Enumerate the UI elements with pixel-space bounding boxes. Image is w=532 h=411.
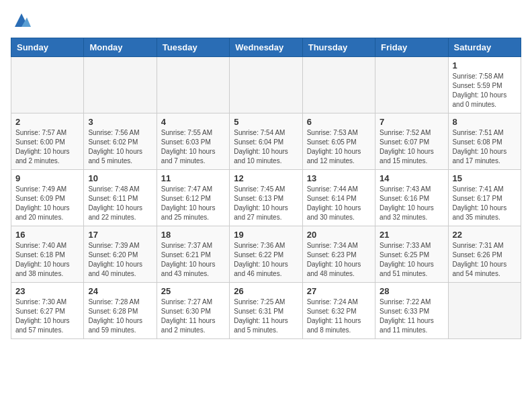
calendar-cell [230, 57, 302, 113]
day-info: Sunrise: 7:47 AM Sunset: 6:12 PM Dayligh… [161, 185, 225, 222]
weekday-header-sunday: Sunday [11, 38, 84, 57]
calendar-cell: 2Sunrise: 7:57 AM Sunset: 6:00 PM Daylig… [11, 113, 84, 170]
logo-icon [12, 11, 31, 30]
calendar-cell: 22Sunrise: 7:31 AM Sunset: 6:26 PM Dayli… [448, 226, 521, 283]
day-number: 25 [161, 286, 225, 296]
day-number: 26 [234, 286, 298, 296]
page-header [11, 11, 521, 30]
day-info: Sunrise: 7:58 AM Sunset: 5:59 PM Dayligh… [453, 72, 517, 109]
day-info: Sunrise: 7:54 AM Sunset: 6:04 PM Dayligh… [234, 128, 298, 166]
day-info: Sunrise: 7:37 AM Sunset: 6:21 PM Dayligh… [161, 241, 225, 279]
calendar-cell: 20Sunrise: 7:34 AM Sunset: 6:23 PM Dayli… [302, 226, 375, 283]
calendar-cell [375, 57, 448, 113]
day-number: 14 [380, 173, 443, 183]
calendar-cell [448, 283, 521, 339]
calendar-cell: 9Sunrise: 7:49 AM Sunset: 6:09 PM Daylig… [11, 170, 84, 226]
day-number: 3 [88, 117, 152, 127]
day-number: 27 [307, 286, 371, 296]
day-info: Sunrise: 7:27 AM Sunset: 6:30 PM Dayligh… [161, 298, 225, 335]
day-number: 6 [307, 117, 371, 127]
calendar-week-row: 23Sunrise: 7:30 AM Sunset: 6:27 PM Dayli… [11, 283, 521, 339]
calendar-week-row: 1Sunrise: 7:58 AM Sunset: 5:59 PM Daylig… [11, 57, 521, 113]
day-info: Sunrise: 7:36 AM Sunset: 6:22 PM Dayligh… [234, 241, 298, 279]
calendar-cell: 24Sunrise: 7:28 AM Sunset: 6:28 PM Dayli… [84, 283, 157, 339]
calendar-cell: 10Sunrise: 7:48 AM Sunset: 6:11 PM Dayli… [84, 170, 157, 226]
calendar-cell: 26Sunrise: 7:25 AM Sunset: 6:31 PM Dayli… [230, 283, 302, 339]
day-info: Sunrise: 7:24 AM Sunset: 6:32 PM Dayligh… [307, 298, 371, 335]
day-info: Sunrise: 7:48 AM Sunset: 6:11 PM Dayligh… [88, 185, 152, 222]
calendar-cell: 3Sunrise: 7:56 AM Sunset: 6:02 PM Daylig… [84, 113, 157, 170]
calendar-cell: 4Sunrise: 7:55 AM Sunset: 6:03 PM Daylig… [157, 113, 229, 170]
day-info: Sunrise: 7:43 AM Sunset: 6:16 PM Dayligh… [380, 185, 443, 222]
day-number: 18 [161, 230, 225, 240]
calendar-week-row: 9Sunrise: 7:49 AM Sunset: 6:09 PM Daylig… [11, 170, 521, 226]
day-number: 11 [161, 173, 225, 183]
day-number: 20 [307, 230, 371, 240]
day-info: Sunrise: 7:41 AM Sunset: 6:17 PM Dayligh… [453, 185, 517, 222]
day-number: 16 [15, 230, 79, 240]
weekday-header-monday: Monday [84, 38, 157, 57]
calendar-cell [302, 57, 375, 113]
day-number: 8 [453, 117, 517, 127]
day-number: 7 [380, 117, 443, 127]
day-info: Sunrise: 7:45 AM Sunset: 6:13 PM Dayligh… [234, 185, 298, 222]
calendar-cell: 8Sunrise: 7:51 AM Sunset: 6:08 PM Daylig… [448, 113, 521, 170]
calendar-cell: 17Sunrise: 7:39 AM Sunset: 6:20 PM Dayli… [84, 226, 157, 283]
day-number: 12 [234, 173, 298, 183]
day-info: Sunrise: 7:57 AM Sunset: 6:00 PM Dayligh… [15, 128, 79, 166]
weekday-header-thursday: Thursday [302, 38, 375, 57]
day-number: 10 [88, 173, 152, 183]
calendar-cell [157, 57, 229, 113]
day-info: Sunrise: 7:44 AM Sunset: 6:14 PM Dayligh… [307, 185, 371, 222]
day-number: 17 [88, 230, 152, 240]
weekday-header-tuesday: Tuesday [157, 38, 229, 57]
day-info: Sunrise: 7:40 AM Sunset: 6:18 PM Dayligh… [15, 241, 79, 279]
calendar-cell: 25Sunrise: 7:27 AM Sunset: 6:30 PM Dayli… [157, 283, 229, 339]
day-info: Sunrise: 7:53 AM Sunset: 6:05 PM Dayligh… [307, 128, 371, 166]
day-info: Sunrise: 7:34 AM Sunset: 6:23 PM Dayligh… [307, 241, 371, 279]
day-number: 19 [234, 230, 298, 240]
day-number: 15 [453, 173, 517, 183]
calendar-header-row: SundayMondayTuesdayWednesdayThursdayFrid… [11, 38, 521, 57]
calendar-cell: 21Sunrise: 7:33 AM Sunset: 6:25 PM Dayli… [375, 226, 448, 283]
calendar-cell: 7Sunrise: 7:52 AM Sunset: 6:07 PM Daylig… [375, 113, 448, 170]
day-info: Sunrise: 7:39 AM Sunset: 6:20 PM Dayligh… [88, 241, 152, 279]
calendar-cell [11, 57, 84, 113]
calendar-week-row: 16Sunrise: 7:40 AM Sunset: 6:18 PM Dayli… [11, 226, 521, 283]
day-number: 28 [380, 286, 443, 296]
calendar-cell: 1Sunrise: 7:58 AM Sunset: 5:59 PM Daylig… [448, 57, 521, 113]
day-number: 24 [88, 286, 152, 296]
day-number: 22 [453, 230, 517, 240]
calendar-cell: 19Sunrise: 7:36 AM Sunset: 6:22 PM Dayli… [230, 226, 302, 283]
day-number: 9 [15, 173, 79, 183]
day-number: 2 [15, 117, 79, 127]
calendar-cell: 5Sunrise: 7:54 AM Sunset: 6:04 PM Daylig… [230, 113, 302, 170]
logo [11, 11, 31, 30]
calendar-week-row: 2Sunrise: 7:57 AM Sunset: 6:00 PM Daylig… [11, 113, 521, 170]
day-info: Sunrise: 7:31 AM Sunset: 6:26 PM Dayligh… [453, 241, 517, 279]
day-number: 5 [234, 117, 298, 127]
day-number: 21 [380, 230, 443, 240]
calendar-cell: 28Sunrise: 7:22 AM Sunset: 6:33 PM Dayli… [375, 283, 448, 339]
calendar-cell: 12Sunrise: 7:45 AM Sunset: 6:13 PM Dayli… [230, 170, 302, 226]
day-info: Sunrise: 7:49 AM Sunset: 6:09 PM Dayligh… [15, 185, 79, 222]
calendar-cell [84, 57, 157, 113]
day-number: 13 [307, 173, 371, 183]
calendar-cell: 23Sunrise: 7:30 AM Sunset: 6:27 PM Dayli… [11, 283, 84, 339]
calendar-cell: 16Sunrise: 7:40 AM Sunset: 6:18 PM Dayli… [11, 226, 84, 283]
calendar-cell: 15Sunrise: 7:41 AM Sunset: 6:17 PM Dayli… [448, 170, 521, 226]
calendar-cell: 11Sunrise: 7:47 AM Sunset: 6:12 PM Dayli… [157, 170, 229, 226]
day-info: Sunrise: 7:33 AM Sunset: 6:25 PM Dayligh… [380, 241, 443, 279]
day-info: Sunrise: 7:30 AM Sunset: 6:27 PM Dayligh… [15, 298, 79, 335]
calendar-cell: 6Sunrise: 7:53 AM Sunset: 6:05 PM Daylig… [302, 113, 375, 170]
day-number: 4 [161, 117, 225, 127]
calendar-cell: 18Sunrise: 7:37 AM Sunset: 6:21 PM Dayli… [157, 226, 229, 283]
day-info: Sunrise: 7:25 AM Sunset: 6:31 PM Dayligh… [234, 298, 298, 335]
calendar-table: SundayMondayTuesdayWednesdayThursdayFrid… [11, 38, 521, 339]
calendar-cell: 14Sunrise: 7:43 AM Sunset: 6:16 PM Dayli… [375, 170, 448, 226]
day-info: Sunrise: 7:56 AM Sunset: 6:02 PM Dayligh… [88, 128, 152, 166]
weekday-header-saturday: Saturday [448, 38, 521, 57]
day-number: 1 [453, 60, 517, 71]
day-info: Sunrise: 7:22 AM Sunset: 6:33 PM Dayligh… [380, 298, 443, 335]
calendar-cell: 13Sunrise: 7:44 AM Sunset: 6:14 PM Dayli… [302, 170, 375, 226]
